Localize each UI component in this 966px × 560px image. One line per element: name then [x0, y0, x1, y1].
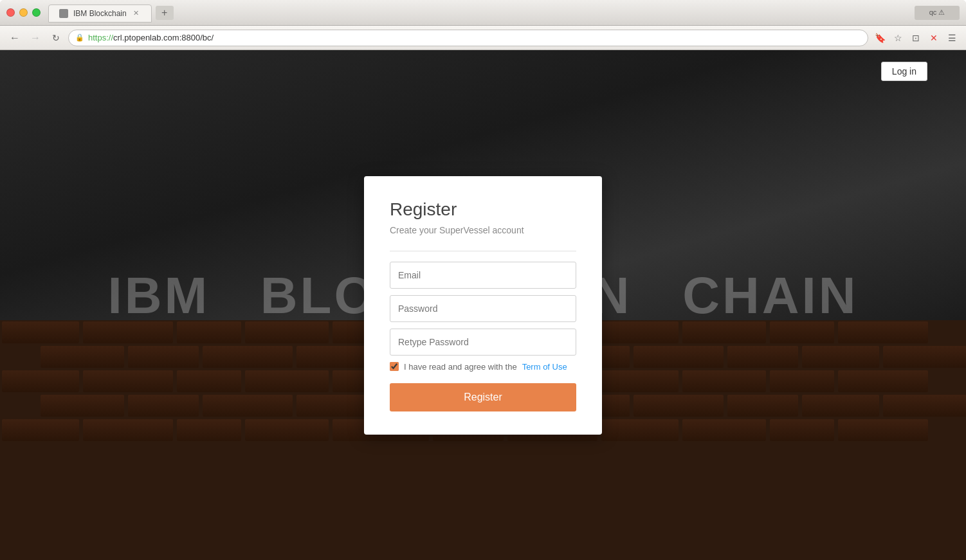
reload-button[interactable]: ↻: [48, 30, 64, 46]
url-text: https://crl.ptopenlab.com:8800/bc/: [88, 33, 214, 42]
menu-icon[interactable]: ☰: [944, 30, 960, 46]
browser-window: IBM Blockchain ✕ + qc ⚠ ← → ↻ 🔒 https://…: [0, 0, 966, 560]
profile-label: qc ⚠: [929, 8, 945, 17]
tab-close-button[interactable]: ✕: [132, 9, 141, 18]
password-field[interactable]: [390, 295, 576, 322]
nav-bar: ← → ↻ 🔒 https://crl.ptopenlab.com:8800/b…: [0, 26, 966, 50]
tab-favicon: [59, 9, 68, 18]
star-icon[interactable]: ☆: [890, 30, 906, 46]
active-tab[interactable]: IBM Blockchain ✕: [48, 5, 152, 23]
terms-checkbox[interactable]: [390, 362, 399, 371]
email-field[interactable]: [390, 262, 576, 289]
bookmark-icon[interactable]: 🔖: [872, 30, 888, 46]
modal-title: Register: [390, 199, 576, 220]
extension-icon[interactable]: ⊡: [908, 30, 924, 46]
terms-row: I have read and agree with the Term of U…: [390, 362, 576, 372]
new-tab-button[interactable]: +: [156, 6, 174, 20]
maximize-button[interactable]: [32, 8, 41, 17]
retype-password-field[interactable]: [390, 329, 576, 356]
modal-subtitle: Create your SuperVessel account: [390, 225, 576, 235]
profile-button[interactable]: qc ⚠: [915, 6, 960, 20]
back-button[interactable]: ←: [6, 30, 23, 46]
tab-area: IBM Blockchain ✕ +: [48, 3, 915, 23]
terms-text: I have read and agree with the: [404, 362, 517, 372]
forward-button[interactable]: →: [27, 30, 44, 46]
terms-link[interactable]: Term of Use: [522, 362, 567, 372]
nav-actions: 🔖 ☆ ⊡ ✕ ☰: [872, 30, 960, 46]
title-bar: IBM Blockchain ✕ + qc ⚠: [0, 0, 966, 26]
register-modal: Register Create your SuperVessel account…: [364, 176, 602, 435]
url-protocol: https://: [88, 33, 113, 42]
form-divider: [390, 251, 576, 251]
page-content: Powered by IBM Blockchain China IBM BLOC…: [0, 50, 966, 560]
modal-overlay: Register Create your SuperVessel account…: [0, 50, 966, 560]
window-controls: [6, 8, 41, 17]
address-bar[interactable]: 🔒 https://crl.ptopenlab.com:8800/bc/: [68, 30, 868, 46]
close-button[interactable]: [6, 8, 15, 17]
ssl-icon: 🔒: [75, 33, 84, 42]
tab-title: IBM Blockchain: [73, 9, 127, 18]
minimize-button[interactable]: [19, 8, 28, 17]
url-host: crl.ptopenlab.com:8800/bc/: [113, 33, 214, 42]
register-button[interactable]: Register: [390, 383, 576, 411]
close-icon[interactable]: ✕: [926, 30, 942, 46]
